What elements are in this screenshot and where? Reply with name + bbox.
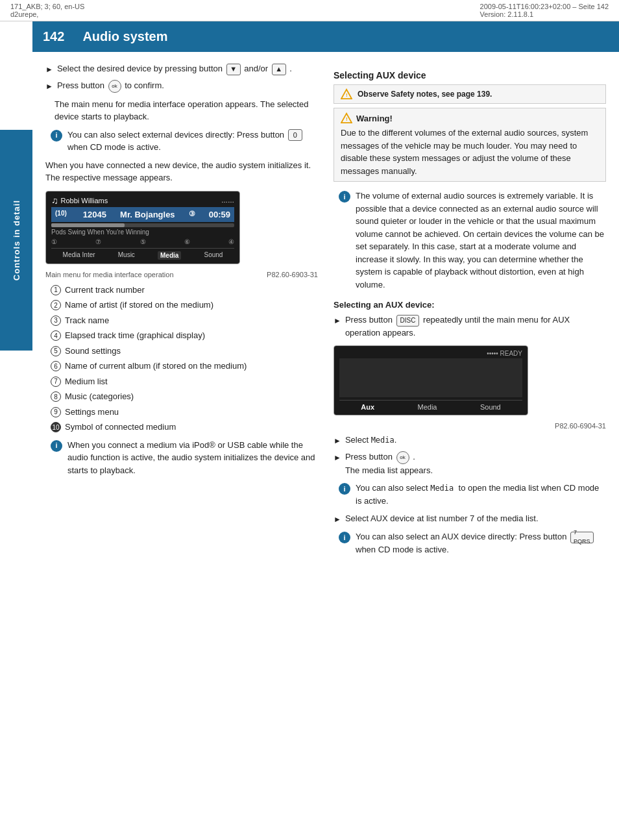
disc-btn: DISC <box>396 315 420 327</box>
media-menu-1: Media Inter <box>63 251 95 260</box>
warning-triangle-icon: ! <box>341 112 352 124</box>
info-box-right-1: i The volume of external audio sources i… <box>339 190 606 291</box>
list-text-6: Name of current album (if stored on the … <box>65 360 247 373</box>
bullet-arrow-2: ► <box>45 80 53 92</box>
media-title-bar: ♫ Robbi Williams …… <box>51 195 234 206</box>
list-item: 10 Symbol of connected medium <box>51 421 318 434</box>
list-item: 5 Sound settings <box>51 345 318 358</box>
media-bottom-bar: Media Inter Music Media Sound <box>51 248 234 260</box>
info-box-1: i You can also select external devices d… <box>51 129 318 154</box>
ok-btn-small: ok <box>108 80 121 93</box>
list-text-8: Music (categories) <box>65 390 134 403</box>
info3-prefix: You can also select an AUX device direct… <box>356 532 566 541</box>
aux-screen: ••••• READY Aux Media Sound <box>334 346 528 415</box>
bullet-select-media: ► Select Media. <box>334 434 606 447</box>
num-1: 1 <box>51 285 61 295</box>
safety-triangle-icon: ! <box>341 88 352 100</box>
list-item: 7 Medium list <box>51 375 318 388</box>
info-icon-right-2: i <box>339 483 350 495</box>
page-number: 142 <box>32 25 72 48</box>
info2-prefix: You can also select <box>356 483 428 493</box>
key-down-btn: ▼ <box>226 64 241 75</box>
bullet3-prefix: Press button <box>345 452 393 462</box>
safety-note-text: Observe Safety notes, see page 139. <box>358 90 492 99</box>
list-text-2: Name of artist (if stored on the medium) <box>65 299 213 312</box>
bullet2-suffix: to confirm. <box>125 80 164 90</box>
media-menu-4: Sound <box>204 251 223 260</box>
section-title: Selecting AUX device <box>334 70 606 80</box>
list-text-4: Elapsed track time (graphical display) <box>65 329 205 342</box>
svg-text:!: ! <box>346 93 348 99</box>
info-icon-1: i <box>51 130 62 142</box>
info-box-2: i When you connect a medium via iPod® or… <box>51 439 318 477</box>
num-4: 4 <box>51 330 61 341</box>
list-item: 3 Track name <box>51 314 318 327</box>
warning-text: Due to the different volumes of the exte… <box>341 127 599 177</box>
bullet-arrow-media: ► <box>334 435 341 447</box>
sidebar-label: Controls in detail <box>0 130 32 351</box>
bullet4-text: Select AUX device at list number 7 of th… <box>345 512 539 525</box>
list-text-5: Sound settings <box>65 345 121 358</box>
list-item: 1 Current track number <box>51 284 318 297</box>
list-item: 4 Elapsed track time (graphical display) <box>51 329 318 342</box>
aux-content-area <box>339 358 522 397</box>
body-text-2: When you have connected a new device, th… <box>45 159 318 184</box>
key-zero-btn: 0 <box>288 129 302 141</box>
num-8: 8 <box>51 391 61 402</box>
media-screen: ♫ Robbi Williams …… (10) 12045 Mr. Bojan… <box>46 191 239 264</box>
subsection-title: Selecting an AUX device: <box>334 300 606 310</box>
media-menu-2: Music <box>118 251 135 260</box>
media-code-2: Media <box>430 484 458 493</box>
list-item: 9 Settings menu <box>51 406 318 419</box>
info1-suffix: when CD mode is active. <box>67 142 161 152</box>
main-content: ► Select the desired device by pressing … <box>32 52 619 571</box>
list-text-9: Settings menu <box>65 406 119 419</box>
list-text-10: Symbol of connected medium <box>65 421 176 434</box>
aux-signal-dots: ••••• READY <box>487 350 522 357</box>
info-box-right-3: i You can also select an AUX device dire… <box>339 530 606 556</box>
list-item: 2 Name of artist (if stored on the mediu… <box>51 299 318 312</box>
media-track-name: Mr. Bojangles <box>120 210 175 219</box>
aux-menu-aux: Aux <box>361 403 374 411</box>
meta-left: 171_AKB; 3; 60, en-USd2urepe, <box>10 3 84 18</box>
body-text-1: The main menu for media interface operat… <box>55 98 318 123</box>
aux-screen-screenshot: ••••• READY Aux Media Sound <box>334 345 528 415</box>
aux-bottom-bar: Aux Media Sound <box>339 400 522 411</box>
svg-text:!: ! <box>346 117 348 123</box>
list-text-3: Track name <box>65 314 109 327</box>
bullet-press-ok-right: ► Press button ok . The media list appea… <box>334 451 606 476</box>
aux-top-bar: ••••• READY <box>339 350 522 357</box>
bullet3-detail: The media list appears. <box>345 465 433 475</box>
warning-header: ! Warning! <box>341 112 599 124</box>
key-up-btn: ▲ <box>272 64 286 75</box>
media-progress-bar <box>51 223 234 227</box>
bullet-disc-prefix: Press button <box>345 315 393 325</box>
media-track-row: (10) 12045 Mr. Bojangles ③ 00:59 <box>51 207 234 222</box>
media-menu-3: Media <box>158 251 181 260</box>
info3-suffix: when CD mode is active. <box>356 545 449 554</box>
bullet-select-aux: ► Select AUX device at list number 7 of … <box>334 512 606 525</box>
num-3: 3 <box>51 315 61 326</box>
bullet1-text: Select the desired device by pressing bu… <box>57 64 223 73</box>
media-artist: Robbi Williams <box>61 197 108 204</box>
ok-btn-right: ok <box>396 451 409 464</box>
bullet-arrow-ok-right: ► <box>334 452 341 463</box>
key-7pqrs-btn: 7PQRS <box>570 532 594 543</box>
aux-img-caption: P82.60-6904-31 <box>334 422 606 430</box>
media-time: 00:59 <box>209 210 230 219</box>
num-2: 2 <box>51 300 61 310</box>
safety-note-box: ! Observe Safety notes, see page 139. <box>334 84 606 104</box>
aux-menu-sound: Sound <box>480 403 501 411</box>
num-5: 5 <box>51 346 61 356</box>
numbered-list: 1 Current track number 2 Name of artist … <box>51 284 318 434</box>
bullet-arrow-disc: ► <box>334 315 341 327</box>
left-column: ► Select the desired device by pressing … <box>45 62 318 561</box>
media-progress-fill <box>51 223 125 227</box>
info-icon-right-3: i <box>339 532 350 543</box>
bullet-press-disc: ► Press button DISC repeatedly until the… <box>334 314 606 339</box>
list-item: 8 Music (categories) <box>51 390 318 403</box>
media-interface-screenshot: ♫ Robbi Williams …… (10) 12045 Mr. Bojan… <box>45 191 240 264</box>
num-6: 6 <box>51 361 61 371</box>
info1-text: You can also select external devices dir… <box>67 130 284 140</box>
list-text-1: Current track number <box>65 284 145 297</box>
